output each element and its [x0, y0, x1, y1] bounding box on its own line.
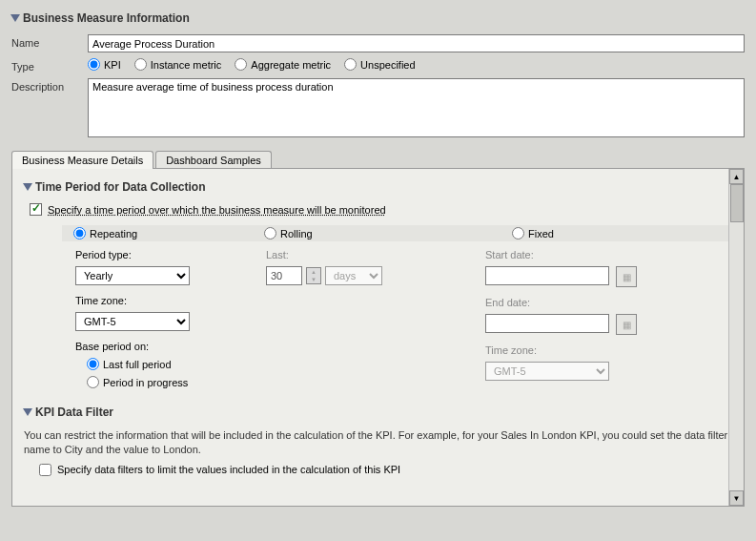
twisty-icon[interactable] [10, 14, 20, 22]
fixed-tz-label: Time zone: [485, 344, 732, 356]
timezone-label: Time zone: [75, 295, 266, 306]
start-date-label: Start date: [485, 249, 732, 260]
last-unit-select: days [325, 266, 382, 285]
type-kpi-radio[interactable] [88, 58, 100, 71]
twisty-icon[interactable] [23, 183, 32, 191]
base-progress-option[interactable]: Period in progress [87, 376, 266, 388]
last-label: Last: [266, 249, 485, 260]
scrollbar[interactable]: ▲ ▼ [728, 169, 744, 506]
kpi-filter-description: You can restrict the information that wi… [24, 428, 732, 458]
kpi-filter-header: KPI Data Filter [24, 406, 732, 419]
type-aggregate-radio[interactable] [235, 58, 247, 71]
section-title: Business Measure Information [23, 11, 190, 25]
last-value-input [266, 266, 302, 285]
tab-details[interactable]: Business Measure Details [11, 151, 153, 169]
type-instance-option[interactable]: Instance metric [134, 58, 222, 71]
type-label: Type [11, 58, 88, 73]
name-input[interactable] [88, 34, 745, 52]
type-kpi-option[interactable]: KPI [88, 58, 121, 71]
scroll-thumb[interactable] [730, 184, 744, 222]
kpi-specify-checkbox[interactable] [39, 464, 51, 476]
description-textarea[interactable] [88, 78, 745, 137]
spinner-down-icon: ▼ [307, 276, 320, 283]
period-type-select[interactable]: Yearly [75, 266, 190, 285]
type-unspecified-radio[interactable] [344, 58, 357, 71]
spinner-up-icon: ▲ [307, 268, 320, 276]
fixed-tz-select: GMT-5 [485, 362, 609, 381]
type-unspecified-option[interactable]: Unspecified [344, 58, 415, 71]
name-label: Name [11, 34, 88, 49]
kpi-filter-title: KPI Data Filter [35, 406, 113, 419]
scroll-up-icon[interactable]: ▲ [729, 169, 744, 184]
end-date-input [485, 314, 609, 333]
specify-period-label: Specify a time period over which the bus… [48, 204, 386, 216]
tab-dashboard[interactable]: Dashboard Samples [155, 151, 272, 169]
time-period-title: Time Period for Data Collection [35, 180, 205, 194]
calendar-icon: ▦ [616, 314, 637, 335]
timezone-select[interactable]: GMT-5 [75, 312, 190, 331]
type-aggregate-option[interactable]: Aggregate metric [235, 58, 331, 71]
kpi-specify-label: Specify data filters to limit the values… [57, 464, 400, 475]
base-last-option[interactable]: Last full period [87, 358, 266, 370]
base-period-label: Base period on: [75, 341, 266, 352]
scroll-down-icon[interactable]: ▼ [729, 490, 744, 506]
period-mode-row: Repeating Rolling Fixed [62, 225, 732, 241]
description-label: Description [11, 78, 88, 93]
mode-fixed-option[interactable]: Fixed [512, 227, 554, 239]
mode-repeating-radio[interactable] [73, 227, 86, 239]
type-instance-radio[interactable] [134, 58, 147, 71]
mode-fixed-radio[interactable] [512, 227, 524, 239]
end-date-label: End date: [485, 297, 732, 308]
mode-rolling-radio[interactable] [264, 227, 276, 239]
mode-repeating-option[interactable]: Repeating [73, 227, 264, 239]
base-last-radio[interactable] [87, 358, 99, 370]
time-period-header: Time Period for Data Collection [24, 180, 732, 194]
calendar-icon: ▦ [616, 266, 637, 287]
tab-content: Time Period for Data Collection Specify … [11, 168, 745, 507]
specify-period-checkbox[interactable] [30, 203, 42, 216]
business-measure-info-header: Business Measure Information [11, 11, 745, 25]
start-date-input [485, 266, 609, 285]
mode-rolling-option[interactable]: Rolling [264, 227, 512, 239]
base-progress-radio[interactable] [87, 376, 99, 388]
period-type-label: Period type: [75, 249, 266, 260]
twisty-icon[interactable] [23, 408, 32, 416]
